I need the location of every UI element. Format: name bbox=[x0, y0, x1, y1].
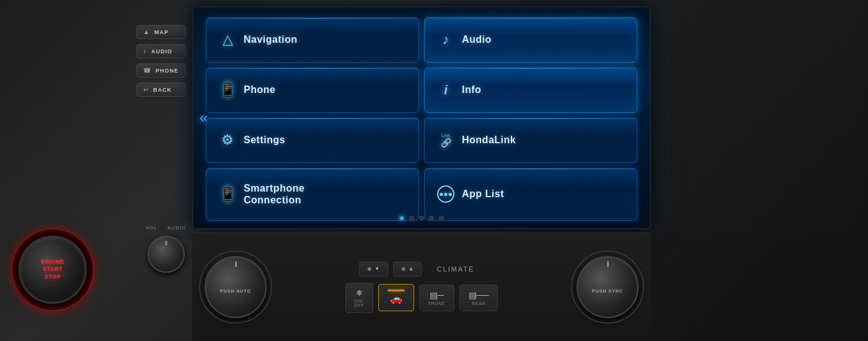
vol-label: VOL bbox=[146, 225, 157, 231]
back-button[interactable]: ↩ BACK bbox=[136, 82, 186, 97]
fan-down-button[interactable]: ❄ ▼ bbox=[359, 262, 388, 277]
menu-grid: △ Navigation ♪ Audio 📱 Phone i Info bbox=[206, 17, 637, 221]
fan-down-arrow: ▼ bbox=[374, 266, 379, 272]
active-indicator bbox=[388, 290, 405, 291]
info-icon: i bbox=[437, 83, 454, 97]
map-button[interactable]: ▲ MAP bbox=[136, 25, 186, 39]
fan-up-arrow: ▲ bbox=[409, 266, 414, 272]
ac-icon: ❄ bbox=[356, 288, 363, 298]
climate-bottom-row: ❄ ON/OFF 🚗 ▤─ FRONT ▤── REAR bbox=[345, 283, 498, 313]
fan-down-icon: ❄ bbox=[367, 266, 373, 272]
info-button[interactable]: i Info bbox=[424, 68, 637, 113]
applist-label: App List bbox=[462, 188, 504, 200]
fan-up-icon: ❄ bbox=[401, 266, 407, 272]
defrost-button[interactable]: 🚗 bbox=[378, 284, 414, 311]
smartphone-label: SmartphoneConnection bbox=[244, 182, 304, 206]
climate-center: ❄ ▼ ❄ ▲ CLIMATE ❄ ON/OFF 🚗 bbox=[267, 255, 577, 319]
audio-side-label: AUDIO bbox=[151, 48, 172, 55]
left-climate-knob[interactable]: PUSH AUTO bbox=[205, 256, 267, 318]
right-knob-text: PUSH SYNC bbox=[592, 288, 623, 294]
dot-5[interactable] bbox=[439, 216, 444, 221]
dot-2[interactable] bbox=[409, 216, 414, 221]
navigation-label: Navigation bbox=[244, 34, 298, 45]
phone-icon: 📱 bbox=[219, 82, 236, 98]
audio-button[interactable]: ♪ Audio bbox=[424, 17, 637, 63]
audio-icon: ♪ bbox=[437, 32, 454, 48]
dot-3[interactable] bbox=[419, 216, 424, 221]
rear-defrost-button[interactable]: ▤── REAR bbox=[459, 285, 498, 311]
hondalink-label: HondaLink bbox=[462, 135, 516, 146]
smartphone-button[interactable]: 📱 SmartphoneConnection bbox=[206, 168, 419, 221]
audio-knob-label: AUDIO bbox=[167, 225, 186, 231]
front-defrost-icon: ▤─ bbox=[430, 290, 444, 300]
settings-button[interactable]: ⚙ Settings bbox=[206, 118, 419, 163]
applist-button[interactable]: ●●● App List bbox=[424, 168, 637, 221]
screen-inner: « △ Navigation ♪ Audio 📱 Phone bbox=[193, 7, 650, 228]
hondalink-button[interactable]: Link 🔗 HondaLink bbox=[424, 118, 637, 163]
car-icon: 🚗 bbox=[390, 293, 402, 304]
settings-icon: ⚙ bbox=[219, 132, 236, 148]
audio-side-button[interactable]: ♪ AUDIO bbox=[136, 44, 186, 58]
back-label: BACK bbox=[153, 87, 172, 93]
rear-label: REAR bbox=[472, 301, 485, 306]
engine-start-area: ENGINESTARTSTOP bbox=[19, 236, 87, 304]
vol-knob[interactable] bbox=[148, 236, 185, 273]
infotainment-screen: « △ Navigation ♪ Audio 📱 Phone bbox=[192, 6, 651, 229]
on-off-label: ON/OFF bbox=[355, 299, 365, 308]
navigation-button[interactable]: △ Navigation bbox=[206, 17, 419, 63]
side-controls: ▲ MAP ♪ AUDIO ☎ PHONE ↩ BACK bbox=[136, 25, 186, 97]
phone-side-icon: ☎ bbox=[143, 67, 151, 74]
front-defrost-button[interactable]: ▤─ FRONT bbox=[419, 285, 454, 311]
phone-side-button[interactable]: ☎ PHONE bbox=[136, 63, 186, 78]
back-icon: ↩ bbox=[143, 86, 148, 93]
smartphone-icon: 📱 bbox=[219, 186, 236, 202]
map-icon: ▲ bbox=[143, 29, 149, 35]
right-climate-knob[interactable]: PUSH SYNC bbox=[577, 256, 639, 318]
fan-up-button[interactable]: ❄ ▲ bbox=[393, 262, 422, 277]
audio-side-icon: ♪ bbox=[143, 48, 146, 55]
dot-4[interactable] bbox=[429, 216, 434, 221]
applist-icon: ●●● bbox=[437, 185, 454, 203]
front-label: FRONT bbox=[428, 301, 445, 306]
settings-label: Settings bbox=[244, 135, 285, 146]
dot-1[interactable] bbox=[399, 216, 404, 221]
knob-indicator bbox=[235, 261, 237, 267]
hondalink-icon: Link 🔗 bbox=[437, 133, 454, 147]
engine-btn-text: ENGINESTARTSTOP bbox=[41, 259, 64, 280]
info-label: Info bbox=[462, 84, 481, 95]
left-knob-text: PUSH AUTO bbox=[220, 288, 251, 294]
ac-on-off-button[interactable]: ❄ ON/OFF bbox=[345, 283, 374, 313]
rear-defrost-icon: ▤── bbox=[469, 290, 489, 300]
right-texture bbox=[645, 0, 868, 236]
phone-button[interactable]: 📱 Phone bbox=[206, 68, 419, 113]
climate-top-row: ❄ ▼ ❄ ▲ CLIMATE bbox=[359, 262, 485, 277]
phone-side-label: PHONE bbox=[156, 68, 179, 74]
climate-panel: PUSH AUTO ❄ ▼ ❄ ▲ CLIMATE ❄ ON/OFF bbox=[192, 232, 651, 341]
map-label: MAP bbox=[154, 29, 169, 35]
phone-label: Phone bbox=[244, 84, 275, 95]
right-knob-indicator bbox=[607, 261, 609, 267]
audio-label: Audio bbox=[462, 34, 492, 45]
dashboard: ▲ MAP ♪ AUDIO ☎ PHONE ↩ BACK VOL AUDIO E… bbox=[0, 0, 868, 341]
navigation-icon: △ bbox=[219, 32, 236, 48]
climate-label: CLIMATE bbox=[427, 263, 484, 275]
vol-knob-area: VOL AUDIO bbox=[146, 225, 186, 273]
engine-start-button[interactable]: ENGINESTARTSTOP bbox=[19, 236, 87, 304]
screen-pagination bbox=[399, 216, 444, 221]
